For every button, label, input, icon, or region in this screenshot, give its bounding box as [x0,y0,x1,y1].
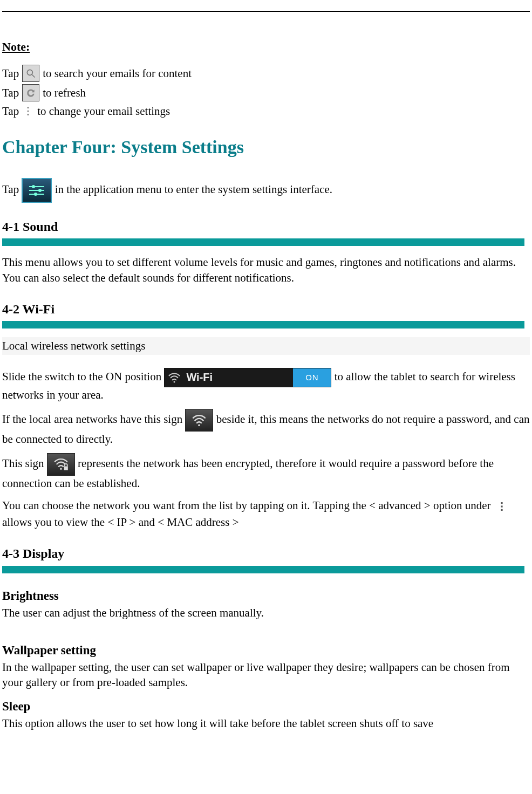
note-line-refresh: Tap to refresh [2,84,530,101]
text: Tap [2,183,22,196]
svg-rect-14 [64,467,68,470]
wifi-toggle-label: Wi-Fi [186,370,213,385]
text: to search your emails for content [43,66,192,81]
wifi-open-icon [185,409,213,432]
note-heading: Note: [2,39,530,55]
wifi-locked-icon [47,453,75,476]
text: represents the network has been encrypte… [2,457,494,490]
svg-point-3 [28,110,29,112]
wallpaper-heading: Wallpaper setting [2,642,530,659]
wifi-paragraph-4: You can choose the network you want from… [2,498,530,530]
svg-point-8 [38,189,42,192]
overflow-menu-icon [494,498,510,515]
text: allows you to view the < IP > and < MAC … [2,516,239,529]
wifi-paragraph-1: Slide the switch to the ON position Wi-F… [2,368,530,402]
wifi-toggle-state: ON [293,368,331,387]
svg-point-6 [32,185,35,188]
chapter-title: Chapter Four: System Settings [2,135,530,160]
chapter-intro: Tap in the application menu to enter the… [2,178,530,203]
system-settings-icon [22,178,52,203]
text: This sign [2,457,47,470]
svg-line-1 [32,74,35,77]
note-line-search: Tap to search your emails for content [2,65,530,82]
svg-rect-16 [501,505,502,507]
text: to change your email settings [37,104,170,119]
svg-point-4 [28,114,29,115]
text: Slide the switch to the ON position [2,370,164,383]
svg-point-12 [199,425,201,427]
brightness-heading: Brightness [2,587,530,604]
section-divider [2,238,524,246]
wifi-paragraph-2: If the local area networks have this sig… [2,409,530,447]
section-divider [2,321,524,328]
svg-point-0 [28,70,33,75]
svg-rect-17 [501,509,502,511]
wallpaper-body: In the wallpaper setting, the user can s… [2,660,530,690]
section-wifi-title: 4-2 Wi-Fi [2,300,530,318]
text: If the local area networks have this sig… [2,413,185,426]
section-sound-title: 4-1 Sound [2,218,530,235]
svg-point-10 [34,193,37,196]
wifi-subtitle: Local wireless network settings [2,337,530,354]
wifi-toggle: Wi-Fi ON [164,368,331,387]
sleep-heading: Sleep [2,698,530,715]
text: You can choose the network you want from… [2,499,494,512]
svg-point-11 [174,381,175,382]
wifi-toggle-left: Wi-Fi [165,368,293,387]
menu-dots-icon [22,104,34,118]
horizontal-rule [2,11,530,12]
wifi-icon [168,372,181,383]
svg-rect-15 [501,502,502,504]
wifi-paragraph-3: This sign represents the network has bee… [2,453,530,491]
search-icon [22,65,39,82]
section-sound-body: This menu allows you to set different vo… [2,255,530,285]
section-divider [2,566,524,573]
text: Tap [2,85,19,100]
text: Tap [2,66,19,81]
note-line-settings: Tap to change your email settings [2,104,530,119]
section-display-title: 4-3 Display [2,545,530,562]
refresh-icon [22,84,39,101]
text: in the application menu to enter the sys… [55,183,332,196]
brightness-body: The user can adjust the brightness of th… [2,605,530,620]
sleep-body: This option allows the user to set how l… [2,716,530,731]
svg-point-2 [28,107,29,108]
svg-point-13 [60,468,62,470]
text: to refresh [43,85,86,100]
text: Tap [2,104,19,119]
